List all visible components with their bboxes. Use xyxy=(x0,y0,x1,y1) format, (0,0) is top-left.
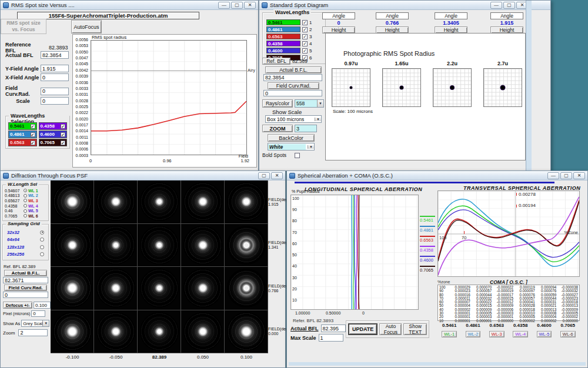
maximize-button[interactable]: ▢ xyxy=(503,2,515,9)
max-scale-field[interactable]: 1 xyxy=(319,334,343,342)
actual-bfl-field[interactable]: 82.3671 xyxy=(3,277,48,283)
close-button[interactable]: ✕ xyxy=(271,172,283,179)
close-button[interactable]: ✕ xyxy=(244,2,256,9)
chevron-down-icon[interactable]: ▼ xyxy=(308,145,314,149)
wavelength-option[interactable]: 0.54607 WL 1 xyxy=(4,188,48,193)
defocus-button[interactable]: Defocus +/- xyxy=(3,302,32,309)
sampling-radio[interactable] xyxy=(40,230,44,235)
psf-title-bar[interactable]: Diffraction Through Focus PSF ▢ ✕ xyxy=(1,171,285,180)
psf-cell xyxy=(51,224,94,267)
sampling-option[interactable]: 32x32 xyxy=(4,229,48,236)
zoom-field[interactable]: 3 xyxy=(295,125,317,132)
wavelength-option[interactable]: 0.4358 WL 4 xyxy=(4,203,48,209)
wavelength-swatch[interactable]: 0.4358 ✓ xyxy=(39,122,68,130)
field-curv-button[interactable]: Field Curv.Rad. xyxy=(268,82,319,89)
show-as-dropdown[interactable]: Grey Scale▼ xyxy=(21,320,49,327)
wavelength-checkbox[interactable]: ✓ xyxy=(31,140,35,145)
wavelength-swatch[interactable]: 0.5461 ✓ xyxy=(8,122,37,130)
y-field-input[interactable]: 1.915 xyxy=(41,65,69,72)
update-button[interactable]: UPDATE xyxy=(348,323,377,335)
backcolor-button[interactable]: BackColor xyxy=(268,134,315,142)
wavelength-checkbox[interactable]: ✓ xyxy=(31,124,35,129)
chevron-down-icon[interactable]: ▼ xyxy=(317,100,323,107)
wavelength-checkbox[interactable]: ✓ xyxy=(61,132,65,137)
wavelength-radio[interactable] xyxy=(24,209,27,213)
wavelength-radio[interactable] xyxy=(24,189,27,192)
wavelength-checkbox[interactable]: ✓ xyxy=(302,48,308,53)
pixel-field[interactable]: 0 xyxy=(31,310,45,317)
scale-input[interactable]: 0 xyxy=(41,97,69,105)
backcolor-dropdown[interactable]: White▼ xyxy=(268,143,315,150)
chevron-down-icon[interactable]: ▼ xyxy=(42,320,49,326)
sampling-radio[interactable] xyxy=(40,245,44,249)
wavelength-option[interactable]: 0.48613 WL 2 xyxy=(4,193,48,199)
wavelength-swatch[interactable]: 0.4861 ✓ xyxy=(8,131,37,138)
wavelength-radio[interactable] xyxy=(24,199,27,202)
wl-tag[interactable]: WL-3 xyxy=(489,331,505,337)
wavelength-checkbox[interactable]: ✓ xyxy=(302,20,308,25)
wavelength-checkbox[interactable]: ✓ xyxy=(31,132,35,137)
field-curv-input[interactable]: 0 xyxy=(41,88,69,95)
rays-color-button[interactable]: Rays/color xyxy=(262,99,293,108)
wl-tag[interactable]: WL-6 xyxy=(560,331,576,337)
wavelength-checkbox[interactable]: ✓ xyxy=(61,124,65,129)
wavelength-checkbox[interactable]: ✓ xyxy=(302,27,308,32)
auto-focus-button[interactable]: Auto Focus xyxy=(379,323,402,335)
rays-color-dropdown[interactable]: 558▼ xyxy=(295,99,324,108)
wl-tag[interactable]: WL-2 xyxy=(466,331,481,337)
field-curv-field[interactable]: 0 xyxy=(3,292,48,298)
wavelength-option[interactable]: 0.65627 WL 3 xyxy=(4,198,48,203)
field-curv-button[interactable]: Field Curv.Rad. xyxy=(4,285,47,291)
wavelength-swatch[interactable]: 0.7065 ✓ xyxy=(39,139,68,146)
close-button[interactable]: ✕ xyxy=(573,172,585,179)
wl-tag[interactable]: WL-4 xyxy=(513,331,528,337)
show-text-button[interactable]: Show TEXT xyxy=(403,323,427,335)
maximize-button[interactable]: ▢ xyxy=(560,172,572,179)
autofocus-button[interactable]: AutoFocus xyxy=(71,20,102,34)
wavelength-checkbox[interactable]: ✓ xyxy=(61,140,65,145)
wavelength-option[interactable]: 0.7065 WL 6 xyxy=(4,213,48,219)
actual-bfl-field[interactable]: 82.3854 xyxy=(263,74,322,81)
sampling-radio[interactable] xyxy=(40,252,44,256)
minimize-button[interactable]: — xyxy=(490,2,502,9)
wl-tag[interactable]: WL-1 xyxy=(442,331,457,337)
sampling-option[interactable]: 64x64 xyxy=(4,236,48,244)
wavelength-checkbox[interactable]: ✓ xyxy=(302,34,308,39)
wavelength-radio[interactable] xyxy=(24,214,27,218)
actual-bfl-button[interactable]: Actual B.F.L. xyxy=(4,270,47,276)
maximize-button[interactable]: ▢ xyxy=(231,2,243,9)
sa-title-bar[interactable]: Spherical Aberration + COMA (O.S.C.) — ▢… xyxy=(287,171,587,180)
bold-spots-checkbox[interactable] xyxy=(295,153,300,158)
chevron-down-icon[interactable]: ▼ xyxy=(315,118,321,121)
sampling-option[interactable]: 256x256 xyxy=(4,251,48,259)
wavelength-radio[interactable] xyxy=(24,194,27,198)
x-field-input[interactable]: 0 xyxy=(41,73,69,81)
wl-tag[interactable]: WL-5 xyxy=(537,331,552,337)
zoom-button[interactable]: ZOOM xyxy=(262,125,293,132)
actual-bfl-field[interactable]: 82.3854 xyxy=(41,51,69,59)
longitudinal-chart-title: LONGITUDINAL SPHERICAL ABERRATION xyxy=(305,186,422,192)
wavelength-swatch[interactable]: 0.4600 ✓ xyxy=(39,131,68,138)
zoom-field[interactable]: 2 xyxy=(18,329,48,336)
defocus-field[interactable]: 0.100 xyxy=(34,302,51,309)
vertical-scrollbar[interactable] xyxy=(526,1,532,172)
wavelength-swatch[interactable]: 0.6563 ✓ xyxy=(8,139,37,146)
rms-title-bar[interactable]: RMS Spot size Versus .... — ▢ ✕ xyxy=(1,1,258,10)
zone-tick-100: 100 xyxy=(439,235,447,240)
ref-bfl-button[interactable]: Ref. BFL xyxy=(262,58,290,65)
actual-bfl-field[interactable]: 82.395 xyxy=(321,324,346,332)
minimize-button[interactable]: — xyxy=(547,172,559,179)
sampling-radio[interactable] xyxy=(40,237,44,242)
wavelength-swatch: 0.5461 xyxy=(266,19,300,25)
rms-tab[interactable]: RMS spot size vs. Focus xyxy=(1,19,46,34)
spot-title-bar[interactable]: Standard Spot Diagram — ▢ ✕ xyxy=(259,1,550,10)
field-curv-field[interactable]: 0 xyxy=(263,90,322,96)
show-scale-dropdown[interactable]: Box 100 microns▼ xyxy=(265,115,322,123)
wavelength-checkbox[interactable]: ✓ xyxy=(302,41,308,46)
sampling-option[interactable]: 128x128 xyxy=(4,243,48,251)
restore-button[interactable]: ▢ xyxy=(258,172,270,179)
wavelength-radio[interactable] xyxy=(24,204,27,208)
minimize-button[interactable]: — xyxy=(218,2,230,9)
wavelength-option[interactable]: 0.46 WL 5 xyxy=(4,208,48,213)
actual-bfl-button[interactable]: Actual B.F.L. xyxy=(265,66,322,73)
